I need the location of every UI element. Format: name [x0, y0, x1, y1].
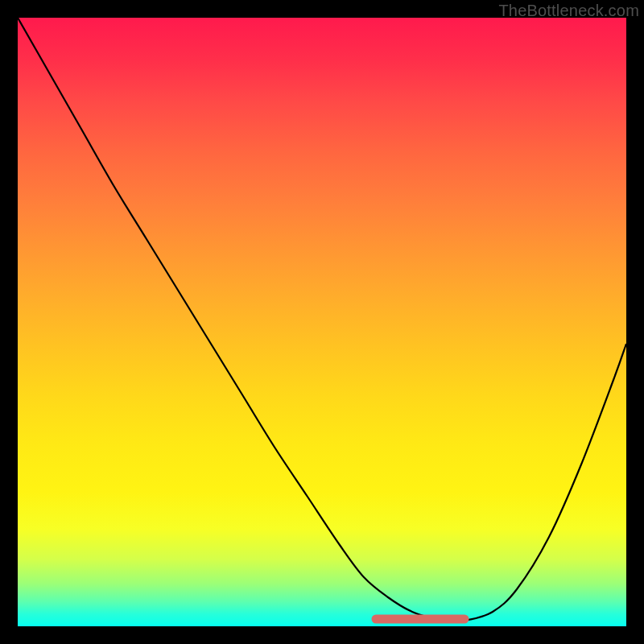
- chart-frame: TheBottleneck.com: [0, 0, 644, 644]
- bottleneck-curve: [18, 18, 626, 621]
- gradient-plot-area: [18, 18, 626, 626]
- curve-svg: [18, 18, 626, 626]
- watermark-text: TheBottleneck.com: [498, 2, 639, 20]
